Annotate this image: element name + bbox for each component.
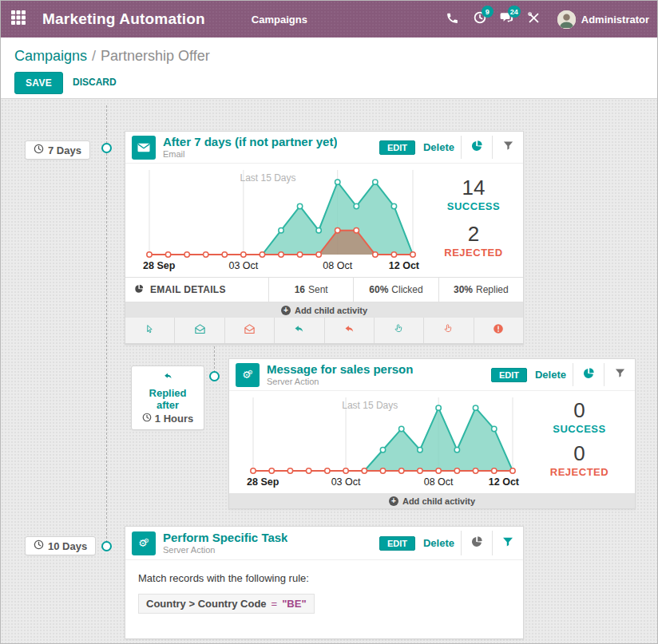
filter-tab[interactable] — [492, 136, 523, 159]
activity-card-header: ⚙⚙ Message for sales person Server Actio… — [229, 359, 635, 391]
activity-area-chart: Last 15 Days28 Sep03 Oct08 Oct12 Oct — [129, 164, 424, 277]
trigger-not-clicked[interactable] — [424, 318, 474, 343]
svg-text:⚙: ⚙ — [248, 369, 253, 376]
edit-button[interactable]: EDIT — [491, 368, 527, 382]
activities-button[interactable]: 9 — [468, 1, 492, 38]
activity-stats: 14 SUCCESS 2 REJECTED — [424, 164, 523, 277]
server-action-type-icon: ⚙⚙ — [132, 531, 156, 555]
apps-menu-button[interactable] — [1, 1, 36, 38]
user-menu[interactable]: Administrator — [557, 10, 649, 29]
activity-node-1[interactable] — [101, 143, 112, 153]
rejected-count[interactable]: 0 — [524, 442, 635, 466]
svg-text:12 Oct: 12 Oct — [489, 476, 520, 488]
server-action-type-icon: ⚙⚙ — [236, 363, 260, 387]
edit-button[interactable]: EDIT — [379, 536, 415, 551]
view-tabs — [461, 531, 523, 555]
activity-node-3[interactable] — [101, 541, 112, 551]
user-avatar — [557, 10, 576, 29]
activity-card-email: After 7 days (if not partner yet) Email … — [125, 131, 524, 345]
success-label: SUCCESS — [424, 200, 523, 212]
trigger-opened-mail[interactable] — [175, 318, 224, 343]
debug-tools-button[interactable] — [522, 1, 546, 38]
svg-text:28 Sep: 28 Sep — [247, 476, 279, 488]
breadcrumb-campaigns-link[interactable]: Campaigns — [14, 48, 87, 64]
success-label: SUCCESS — [524, 423, 635, 435]
view-tabs — [461, 136, 523, 159]
phone-button[interactable] — [441, 1, 465, 38]
trigger-opened-cursor[interactable] — [125, 318, 175, 343]
filter-tab[interactable] — [492, 531, 523, 555]
envelope-open-icon — [194, 323, 206, 338]
graph-tab[interactable] — [461, 531, 492, 555]
svg-text:Last 15 Days: Last 15 Days — [240, 172, 295, 184]
messages-badge: 24 — [508, 6, 521, 18]
pie-chart-icon — [133, 283, 145, 297]
trigger-not-opened-mail[interactable] — [225, 318, 275, 343]
messages-button[interactable]: 24 — [495, 1, 519, 38]
delete-button[interactable]: Delete — [423, 537, 454, 549]
phone-icon — [446, 11, 459, 28]
save-button[interactable]: SAVE — [14, 72, 63, 94]
pie-chart-icon — [470, 535, 484, 552]
rejected-label: REJECTED — [524, 466, 635, 478]
graph-tab[interactable] — [461, 136, 492, 159]
tools-icon — [527, 11, 541, 28]
reply-arrow-icon — [343, 323, 355, 338]
success-count[interactable]: 0 — [524, 399, 635, 423]
discard-button[interactable]: DISCARD — [65, 72, 125, 93]
plus-icon: + — [389, 496, 398, 506]
activity-title[interactable]: Message for sales person — [267, 363, 413, 377]
activity-actions: EDIT Delete — [491, 368, 573, 382]
activity-card-header: After 7 days (if not partner yet) Email … — [125, 132, 523, 164]
add-child-activity-button[interactable]: + Add child activity — [125, 302, 523, 318]
trigger-type-label: Replied after — [138, 371, 197, 412]
trigger-replied[interactable] — [275, 318, 324, 343]
rejected-count[interactable]: 2 — [424, 223, 523, 247]
edit-button[interactable]: EDIT — [379, 140, 415, 155]
clock-icon — [34, 144, 44, 156]
activity-stats: 0 SUCCESS 0 REJECTED — [524, 391, 635, 493]
reply-arrow-icon — [293, 323, 305, 338]
add-child-activity-button[interactable]: + Add child activity — [229, 493, 635, 508]
rule-operator: = — [272, 598, 278, 610]
trigger-pill-10-days[interactable]: 10 Days — [25, 536, 96, 555]
activity-titles: After 7 days (if not partner yet) Email — [163, 136, 337, 159]
svg-text:12 Oct: 12 Oct — [389, 260, 420, 271]
pie-chart-icon — [581, 366, 596, 384]
email-details-row: EMAIL DETAILS 16Sent 60%Clicked 30%Repli… — [125, 277, 523, 302]
activity-title[interactable]: Perform Specific Task — [163, 531, 287, 545]
clock-icon — [142, 413, 152, 425]
trigger-pill-replied-after[interactable]: Replied after 1 Hours — [131, 365, 204, 430]
email-type-icon — [132, 136, 156, 160]
menu-campaigns[interactable]: Campaigns — [252, 14, 307, 26]
activity-title[interactable]: After 7 days (if not partner yet) — [163, 136, 337, 149]
replied-stat[interactable]: 30%Replied — [439, 278, 523, 302]
graph-tab[interactable] — [573, 363, 604, 386]
trigger-not-replied[interactable] — [325, 318, 375, 343]
trigger-pill-7-days[interactable]: 7 Days — [25, 140, 90, 160]
apps-grid-icon — [10, 10, 26, 29]
mouse-cursor-icon — [145, 323, 155, 338]
svg-text:Last 15 Days: Last 15 Days — [342, 400, 398, 411]
trigger-clicked[interactable] — [375, 318, 424, 343]
activity-titles: Perform Specific Task Server Action — [163, 531, 287, 555]
hand-pointer-icon — [394, 323, 405, 338]
exclamation-circle-icon — [493, 323, 504, 338]
systray: 9 24 — [441, 1, 658, 38]
hand-pointer-icon — [443, 323, 454, 338]
activity-node-2[interactable] — [209, 371, 220, 381]
plus-icon: + — [281, 306, 291, 315]
rule-value: "BE" — [282, 598, 306, 610]
sent-stat[interactable]: 16Sent — [269, 278, 354, 302]
reply-arrow-icon — [163, 371, 173, 385]
delete-button[interactable]: Delete — [423, 141, 454, 153]
activity-area-chart: Last 15 Days28 Sep03 Oct08 Oct12 Oct — [232, 391, 524, 493]
success-count[interactable]: 14 — [424, 176, 523, 200]
trigger-bounced[interactable] — [474, 318, 523, 343]
rule-intro-text: Match records with the following rule: — [138, 572, 510, 584]
filter-tab[interactable] — [604, 363, 635, 386]
workflow-canvas: 7 Days After 7 days (if not partner yet)… — [1, 99, 658, 644]
domain-rule-chip[interactable]: Country > Country Code = "BE" — [138, 594, 315, 614]
delete-button[interactable]: Delete — [535, 369, 566, 381]
clicked-stat[interactable]: 60%Clicked — [354, 278, 438, 302]
